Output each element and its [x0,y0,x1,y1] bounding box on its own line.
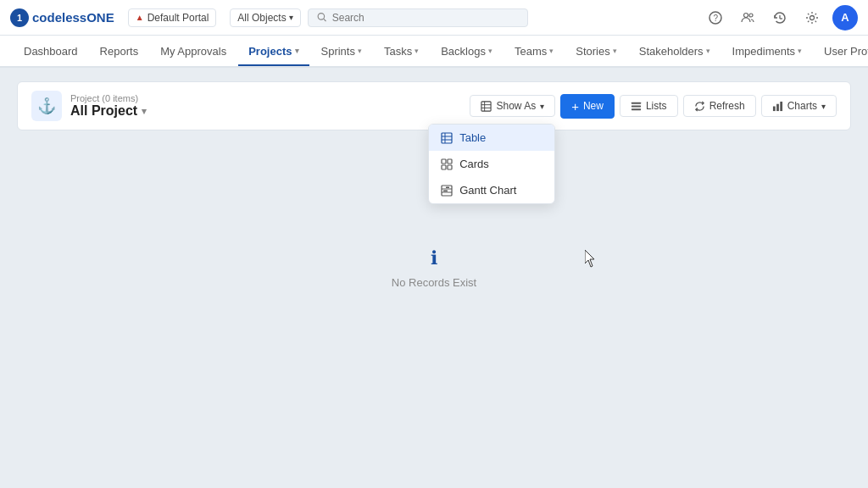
nav-item-approvals[interactable]: My Approvals [150,38,236,66]
tasks-chevron: ▾ [415,47,419,55]
cards-option-label: Cards [459,158,489,170]
svg-rect-29 [773,106,776,111]
all-objects-label: All Objects [237,12,286,24]
main-content: ⚓ Project (0 items) All Project ▾ Show A… [0,68,868,408]
lists-icon [631,101,642,112]
logo-text: codelessONE [32,10,114,25]
gantt-option-label: Gantt Chart [459,184,516,197]
charts-label: Charts [787,100,817,112]
history-button[interactable] [768,6,792,30]
empty-message: No Records Exist [392,276,476,289]
new-label: New [583,100,604,112]
nav-item-sprints[interactable]: Sprints ▾ [311,38,372,66]
show-as-menu: Table Cards Gantt Chart [428,124,555,204]
svg-line-1 [324,19,326,21]
project-icon: ⚓ [31,91,62,121]
project-info: Project (0 items) All Project ▾ [70,93,147,119]
toolbar: Show As ▾ Table Cards Gantt Chart [470,94,837,119]
stakeholders-chevron: ▾ [706,47,710,55]
nav-item-teams[interactable]: Teams ▾ [504,38,564,66]
show-as-button[interactable]: Show As ▾ [470,95,555,117]
backlogs-chevron: ▾ [488,47,492,55]
svg-point-4 [744,13,748,17]
svg-rect-28 [632,108,641,110]
svg-rect-27 [632,105,641,107]
svg-point-8 [810,15,815,19]
portal-icon: ▲ [136,13,144,22]
nav-item-reports[interactable]: Reports [90,38,149,66]
users-button[interactable] [736,6,760,30]
svg-rect-26 [632,102,641,103]
svg-point-5 [749,14,753,17]
gantt-option-icon [441,185,453,197]
svg-point-0 [318,14,325,20]
topbar-right: ? A [704,5,858,30]
project-name-chevron: ▾ [142,106,147,117]
svg-rect-13 [442,133,452,143]
svg-rect-24 [443,190,448,191]
teams-chevron: ▾ [549,47,554,55]
table-option-label: Table [459,131,486,144]
show-as-dropdown[interactable]: Show As ▾ Table Cards Gantt Chart [470,95,555,117]
svg-rect-30 [776,103,779,110]
projects-chevron: ▾ [295,47,299,55]
show-as-label: Show As [496,100,536,112]
show-as-chevron: ▾ [540,102,544,111]
portal-label: Default Portal [147,12,209,24]
svg-rect-19 [442,165,446,169]
svg-rect-17 [442,159,446,164]
refresh-icon [694,101,705,112]
stories-chevron: ▾ [613,47,617,55]
topbar: 1 codelessONE ▲ Default Portal All Objec… [0,0,868,36]
navbar: Dashboard Reports My Approvals Projects … [0,36,868,68]
avatar-letter: A [841,11,849,24]
search-input[interactable] [332,12,519,24]
user-avatar[interactable]: A [832,5,858,30]
svg-text:?: ? [714,14,719,23]
project-title-area: ⚓ Project (0 items) All Project ▾ [31,91,147,121]
app-logo[interactable]: 1 codelessONE [10,8,114,27]
nav-item-stories[interactable]: Stories ▾ [565,38,626,66]
nav-item-projects[interactable]: Projects ▾ [238,38,309,66]
search-bar[interactable] [308,8,528,27]
nav-item-tasks[interactable]: Tasks ▾ [374,38,429,66]
refresh-label: Refresh [709,100,745,112]
project-meta: Project (0 items) [70,93,147,103]
lists-button[interactable]: Lists [620,95,678,117]
new-button[interactable]: + New [560,94,615,119]
help-button[interactable]: ? [704,6,727,30]
empty-icon: ℹ [431,247,437,269]
lists-label: Lists [646,100,667,112]
all-objects-selector[interactable]: All Objects ▾ [230,8,300,27]
charts-icon [772,101,783,112]
portal-badge[interactable]: ▲ Default Portal [128,8,217,27]
project-name: All Project ▾ [70,103,147,119]
svg-rect-20 [448,165,452,169]
logo-icon: 1 [10,8,29,27]
project-header: ⚓ Project (0 items) All Project ▾ Show A… [17,81,851,130]
dropdown-item-gantt[interactable]: Gantt Chart [429,177,554,203]
dropdown-item-cards[interactable]: Cards [429,151,554,177]
nav-item-stakeholders[interactable]: Stakeholders ▾ [629,38,721,66]
nav-item-backlogs[interactable]: Backlogs ▾ [431,38,503,66]
nav-item-userprofiles[interactable]: User Profiles ▾ [814,38,868,66]
search-icon [317,12,327,23]
charts-button[interactable]: Charts ▾ [761,95,837,117]
table-icon [481,101,492,112]
svg-rect-9 [481,101,491,110]
svg-rect-31 [780,101,782,110]
svg-rect-18 [448,159,452,164]
sprints-chevron: ▾ [358,47,362,55]
all-objects-chevron: ▾ [289,13,293,22]
charts-chevron: ▾ [821,102,826,111]
refresh-button[interactable]: Refresh [683,95,756,117]
nav-item-impediments[interactable]: Impediments ▾ [722,38,812,66]
table-option-icon [441,132,453,144]
settings-button[interactable] [800,6,824,30]
nav-item-dashboard[interactable]: Dashboard [14,38,88,66]
new-plus-icon: + [571,99,579,114]
dropdown-item-table[interactable]: Table [429,125,554,151]
cards-option-icon [441,158,453,170]
impediments-chevron: ▾ [798,47,802,55]
svg-rect-25 [446,186,449,188]
